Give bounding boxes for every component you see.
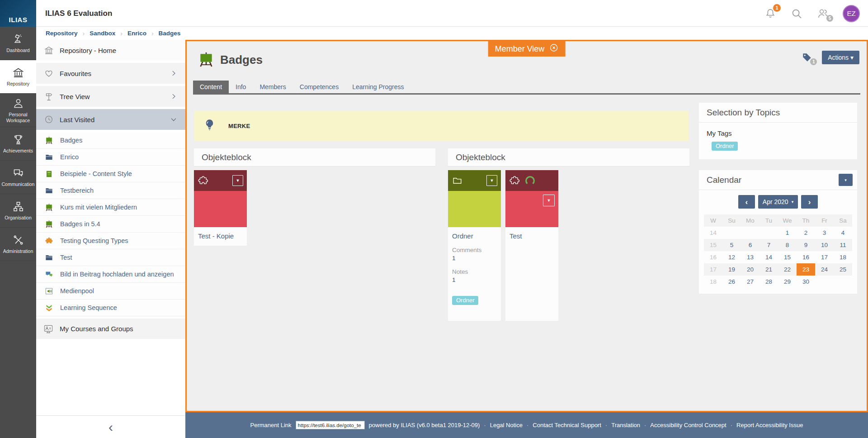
sidebar-item-my-courses-and-groups[interactable]: My Courses and Groups <box>36 319 185 339</box>
search-icon[interactable] <box>790 7 803 20</box>
calendar-day-4[interactable]: 4 <box>834 227 852 239</box>
calendar-month-button[interactable]: Apr 2020▾ <box>758 195 798 209</box>
tab-competences[interactable]: Competences <box>293 81 345 93</box>
tab-learning-progress[interactable]: Learning Progress <box>345 81 410 93</box>
rail-item-organisation[interactable]: Organisation <box>0 194 36 228</box>
sidebar-section-favourites[interactable]: Favourites <box>36 63 185 84</box>
calendar-day-26[interactable]: 26 <box>722 276 741 288</box>
tags-icon[interactable]: 1 <box>801 52 813 63</box>
calendar-day-12[interactable]: 12 <box>722 251 741 263</box>
sidebar-item-badges[interactable]: Badges <box>36 132 185 149</box>
calendar-day-25[interactable]: 25 <box>834 263 852 276</box>
sidebar-item-medienpool[interactable]: Medienpool <box>36 283 185 300</box>
rail-item-personal-workspace[interactable]: Personal Workspace <box>0 94 36 127</box>
calendar-day-8[interactable]: 8 <box>778 239 797 251</box>
tab-content[interactable]: Content <box>193 81 229 93</box>
sidebar-section-label: Repository - Home <box>60 47 116 54</box>
calendar-day-28[interactable]: 28 <box>760 276 778 288</box>
puzzle-outline-icon <box>198 175 209 186</box>
breadcrumb-item[interactable]: Enrico <box>127 30 146 37</box>
rail-item-administration[interactable]: Administration <box>0 228 36 261</box>
rail-item-repository[interactable]: Repository <box>0 60 36 94</box>
calendar-day-7[interactable]: 7 <box>760 239 778 251</box>
calendar-day-1[interactable]: 1 <box>778 227 797 239</box>
sidebar-item-testbereich[interactable]: Testbereich <box>36 182 185 199</box>
card-image[interactable]: ▼ <box>194 170 247 191</box>
calendar-day-24[interactable]: 24 <box>815 263 834 276</box>
sidebar-section-tree-view[interactable]: Tree View <box>36 86 185 107</box>
rail-item-achievements[interactable]: Achievements <box>0 127 36 161</box>
calendar-day-20[interactable]: 20 <box>741 263 760 276</box>
sidebar-item-testing-questing-types[interactable]: Testing Questing Types <box>36 233 185 249</box>
card-image-body[interactable] <box>194 191 247 227</box>
permanent-link-input[interactable] <box>296 421 365 429</box>
calendar-day-11[interactable]: 11 <box>834 239 852 251</box>
sidebar-section-repository-home[interactable]: Repository - Home <box>36 40 185 61</box>
card-title-link[interactable]: Test <box>509 232 522 240</box>
card-title-link[interactable]: Test - Kopie <box>198 232 234 240</box>
card-actions-dropdown[interactable]: ▼ <box>232 175 243 186</box>
calendar-day-30[interactable]: 30 <box>797 276 815 288</box>
calendar-day-2[interactable]: 2 <box>797 227 815 239</box>
card-image-body[interactable] <box>448 191 501 227</box>
calendar-day-23[interactable]: 23 <box>797 263 815 276</box>
calendar-day-16[interactable]: 16 <box>797 251 815 263</box>
sidebar-collapse-button[interactable]: ‹ <box>36 415 185 438</box>
sidebar-item-bild-in-beitrag-hochladen-und-anzeigen[interactable]: Bild in Beitrag hochladen und anzeigen <box>36 266 185 283</box>
calendar-day-29[interactable]: 29 <box>778 276 797 288</box>
card-image-body[interactable]: ▼ <box>505 191 558 227</box>
sidebar-section-last-visited[interactable]: Last Visited <box>36 109 185 130</box>
calendar-day-15[interactable]: 15 <box>778 251 797 263</box>
card-image[interactable] <box>505 170 558 191</box>
card-image[interactable]: ▼ <box>448 170 501 191</box>
notifications-bell-icon[interactable]: 1 <box>764 7 777 20</box>
sidebar-item-beispiele-content-style[interactable]: Beispiele - Content Style <box>36 166 185 182</box>
breadcrumb-item[interactable]: Repository <box>46 30 78 37</box>
calendar-day-10[interactable]: 10 <box>815 239 834 251</box>
card-actions-dropdown[interactable]: ▼ <box>486 175 497 186</box>
calendar-day-6[interactable]: 6 <box>741 239 760 251</box>
heart-icon <box>44 68 54 78</box>
rail-item-label: Administration <box>3 248 33 254</box>
footer-link-accessibility-control-concept[interactable]: Accessibility Control Concept <box>650 422 726 428</box>
footer-link-legal-notice[interactable]: Legal Notice <box>490 422 523 428</box>
calendar-day-21[interactable]: 21 <box>760 263 778 276</box>
avatar[interactable]: EZ <box>843 5 860 22</box>
calendar-day-27[interactable]: 27 <box>741 276 760 288</box>
member-view-close-icon[interactable] <box>549 43 558 55</box>
card-title-link[interactable]: Ordner <box>452 232 473 240</box>
calendar-day-18[interactable]: 18 <box>834 251 852 263</box>
footer-link-report-accessibility-issue[interactable]: Report Accessibility Issue <box>736 422 803 428</box>
tab-members[interactable]: Members <box>253 81 292 93</box>
card-meta-value: 1 <box>452 276 497 283</box>
calendar-day-19[interactable]: 19 <box>722 263 741 276</box>
tag-chip[interactable]: Ordner <box>452 296 478 305</box>
tab-info[interactable]: Info <box>229 81 253 93</box>
calendar-day-22[interactable]: 22 <box>778 263 797 276</box>
sidebar-item-learning-sequence[interactable]: Learning Sequence <box>36 300 185 316</box>
ilias-logo[interactable]: ILIAS <box>0 0 36 27</box>
calendar-day-14[interactable]: 14 <box>760 251 778 263</box>
calendar-next-button[interactable]: › <box>801 195 818 209</box>
calendar-day-13[interactable]: 13 <box>741 251 760 263</box>
calendar-menu-button[interactable]: ▾ <box>839 174 853 186</box>
tag-ordner[interactable]: Ordner <box>712 142 738 151</box>
footer-link-contact-technical-support[interactable]: Contact Technical Support <box>533 422 601 428</box>
calendar-day-17[interactable]: 17 <box>815 251 834 263</box>
members-online-icon[interactable]: 5 <box>816 7 829 20</box>
calendar-day-5[interactable]: 5 <box>722 239 741 251</box>
sidebar-item-enrico[interactable]: Enrico <box>36 149 185 166</box>
sidebar-item-kurs-mit-vielen-mitgliedern[interactable]: Kurs mit vielen Mitgliedern <box>36 199 185 216</box>
footer-link-translation[interactable]: Translation <box>611 422 640 428</box>
sidebar-item-test[interactable]: Test <box>36 249 185 266</box>
calendar-day-3[interactable]: 3 <box>815 227 834 239</box>
card-actions-dropdown[interactable]: ▼ <box>543 195 555 206</box>
rail-item-dashboard[interactable]: Dashboard <box>0 27 36 60</box>
breadcrumb-item[interactable]: Badges <box>159 30 181 37</box>
actions-button[interactable]: Actions ▾ <box>822 51 859 64</box>
breadcrumb-item[interactable]: Sandbox <box>90 30 115 37</box>
rail-item-communication[interactable]: Communication <box>0 161 36 194</box>
sidebar-item-badges-in-5-4[interactable]: Badges in 5.4 <box>36 216 185 233</box>
calendar-day-9[interactable]: 9 <box>797 239 815 251</box>
calendar-prev-button[interactable]: ‹ <box>738 195 755 209</box>
